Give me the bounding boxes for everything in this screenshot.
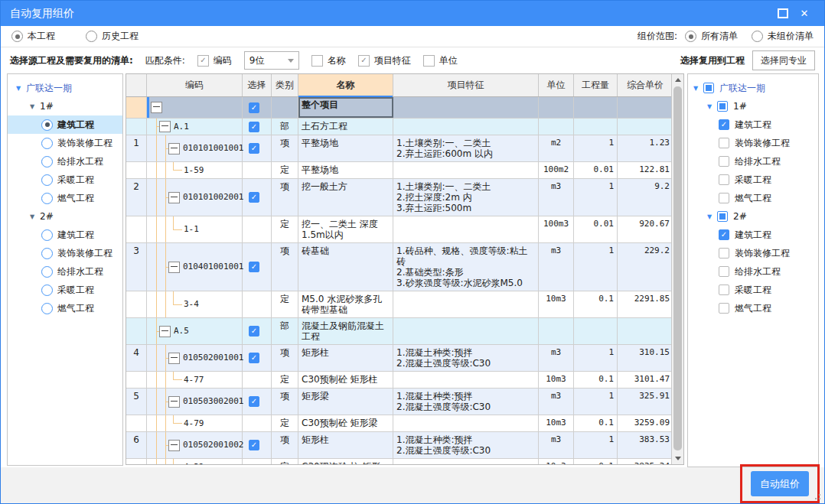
checkbox-checked-icon[interactable] — [249, 122, 259, 132]
column-header-3[interactable]: 类别 — [272, 74, 298, 96]
select-cell[interactable] — [243, 389, 272, 415]
checkbox-checked-icon[interactable] — [249, 143, 259, 154]
table-row[interactable]: 3010401001001项砖基础1.砖品种、规格、强度等级:粘土砖2.基础类型… — [126, 243, 683, 291]
checkbox-partial-icon[interactable] — [717, 211, 728, 222]
checkbox-unit[interactable]: 单位 — [423, 54, 458, 67]
digits-dropdown[interactable]: 9位 — [244, 51, 299, 70]
table-row[interactable]: 6010502001002项矩形柱1.混凝土种类:预拌2.混凝土强度等级:C30… — [126, 432, 683, 459]
collapse-box-icon[interactable] — [151, 102, 162, 113]
source-tree-item[interactable]: 燃气工程 — [8, 189, 122, 207]
checkbox-unchecked-icon[interactable] — [719, 303, 729, 314]
select-cell[interactable] — [243, 432, 272, 458]
vertical-scrollbar[interactable] — [671, 74, 683, 464]
collapse-icon[interactable]: ▼ — [28, 213, 37, 220]
source-tree-item[interactable]: 装饰装修工程 — [8, 134, 122, 152]
column-header-7[interactable]: 工程量 — [574, 74, 618, 96]
tree-node-group[interactable]: ▼1# — [688, 97, 818, 115]
target-tree-item[interactable]: 给排水工程 — [688, 152, 818, 171]
target-tree-item[interactable]: 燃气工程 — [688, 189, 818, 207]
select-cell[interactable] — [243, 162, 272, 178]
checkbox-checked-icon[interactable] — [719, 119, 729, 130]
checkbox-unchecked-icon[interactable] — [719, 248, 729, 259]
checkbox-unchecked-icon[interactable] — [719, 285, 729, 295]
checkbox-checked-icon[interactable] — [249, 102, 259, 113]
target-tree-item[interactable]: 装饰装修工程 — [688, 244, 818, 262]
checkbox-checked-icon[interactable] — [249, 440, 259, 450]
source-tree-item[interactable]: 装饰装修工程 — [8, 244, 122, 262]
checkbox-unchecked-icon[interactable] — [719, 138, 729, 148]
column-header-6[interactable]: 单位 — [539, 74, 574, 96]
collapse-box-icon[interactable] — [168, 396, 180, 408]
tree-node-group[interactable]: ▼2# — [8, 207, 122, 226]
checkbox-checked-icon[interactable] — [719, 229, 729, 240]
tree-node-root[interactable]: ▼广联达一期 — [688, 79, 818, 97]
target-tree-item[interactable]: 采暖工程 — [688, 171, 818, 189]
table-row[interactable]: 5010503002001项矩形梁1.混凝土种类:预拌2.混凝土强度等级:C30… — [126, 389, 683, 415]
collapse-box-icon[interactable] — [168, 262, 180, 273]
table-row[interactable]: A.5部混凝土及钢筋混凝土工程 — [126, 318, 683, 345]
select-cell[interactable] — [243, 179, 272, 216]
radio-unpriced-lists[interactable]: 未组价清单 — [752, 30, 814, 43]
collapse-box-icon[interactable] — [168, 143, 180, 154]
select-cell[interactable] — [243, 119, 272, 135]
table-row[interactable]: 4-77定C30预制砼 矩形柱10m30.13101.47 — [126, 372, 683, 389]
collapse-icon[interactable]: ▼ — [705, 213, 714, 220]
source-tree-item[interactable]: 采暖工程 — [8, 171, 122, 189]
target-tree-item[interactable]: 建筑工程 — [688, 115, 818, 134]
checkbox-unchecked-icon[interactable] — [719, 156, 729, 167]
source-tree-item[interactable]: 给排水工程 — [8, 262, 122, 281]
radio-this-project[interactable]: 本工程 — [11, 30, 55, 43]
table-row[interactable]: 4010502001001项矩形柱1.混凝土种类:预拌2.混凝土强度等级:C30… — [126, 345, 683, 372]
column-header-8[interactable]: 综合单价 — [618, 74, 673, 96]
column-header-4[interactable]: 名称 — [298, 74, 393, 96]
select-cell[interactable] — [243, 318, 272, 344]
collapse-box-icon[interactable] — [159, 121, 171, 132]
select-cell[interactable] — [243, 97, 272, 118]
collapse-box-icon[interactable] — [159, 326, 171, 337]
target-tree-item[interactable]: 装饰装修工程 — [688, 134, 818, 152]
checkbox-unchecked-icon[interactable] — [719, 193, 729, 203]
select-cell[interactable] — [243, 345, 272, 371]
source-tree-item[interactable]: 建筑工程 — [8, 115, 122, 134]
table-row[interactable]: 2010101002001项挖一般土方1.土壤类别:一、二类土2.挖土深度:2m… — [126, 179, 683, 216]
target-tree-item[interactable]: 采暖工程 — [688, 281, 818, 299]
source-tree-item[interactable]: 给排水工程 — [8, 152, 122, 171]
target-tree-item[interactable]: 建筑工程 — [688, 226, 818, 244]
radio-all-lists[interactable]: 所有清单 — [685, 30, 738, 43]
target-tree-item[interactable]: 给排水工程 — [688, 262, 818, 281]
checkbox-feature[interactable]: 项目特征 — [358, 54, 411, 67]
checkbox-checked-icon[interactable] — [249, 353, 259, 363]
table-row[interactable]: 1-1定挖一、二类土 深度1.5m以内100m30.01920.67 — [126, 216, 683, 243]
table-row[interactable]: 4-79定C30预制砼 矩形梁10m30.13259.09 — [126, 415, 683, 432]
table-row[interactable]: 3-4定M5.0 水泥砂浆多孔砖带型基础10m30.12291.85 — [126, 291, 683, 318]
column-header-1[interactable]: 编码 — [147, 74, 243, 96]
resize-grip[interactable] — [819, 498, 820, 499]
collapse-box-icon[interactable] — [168, 192, 180, 203]
auto-price-button[interactable]: 自动组价 — [751, 471, 809, 496]
checkbox-unchecked-icon[interactable] — [719, 174, 729, 185]
collapse-box-icon[interactable] — [168, 440, 180, 451]
maximize-button[interactable] — [772, 5, 794, 22]
select-cell[interactable] — [243, 415, 272, 431]
select-cell[interactable] — [243, 459, 272, 465]
table-row[interactable]: 整个项目 — [126, 97, 683, 119]
table-row[interactable]: 1010101001001项平整场地1.土壤类别:一、二类土2.弃土运距:600… — [126, 135, 683, 162]
checkbox-name[interactable]: 名称 — [311, 54, 346, 67]
collapse-icon[interactable]: ▼ — [705, 103, 714, 110]
tree-node-group[interactable]: ▼1# — [8, 97, 122, 115]
column-header-2[interactable]: 选择 — [243, 74, 272, 96]
scroll-down-icon[interactable] — [672, 453, 683, 464]
source-tree-item[interactable]: 建筑工程 — [8, 226, 122, 244]
table-row[interactable]: 4-32定C30现浇砼 柱 矩形10m30.13835.34 — [126, 459, 683, 465]
table-row[interactable]: 1-59定平整场地100m20.01122.81 — [126, 162, 683, 179]
tree-node-group[interactable]: ▼2# — [688, 207, 818, 226]
same-major-button[interactable]: 选择同专业 — [752, 50, 815, 70]
select-cell[interactable] — [243, 243, 272, 291]
collapse-icon[interactable]: ▼ — [28, 103, 37, 110]
select-cell[interactable] — [243, 135, 272, 161]
checkbox-checked-icon[interactable] — [249, 396, 259, 407]
target-tree-item[interactable]: 燃气工程 — [688, 299, 818, 317]
checkbox-checked-icon[interactable] — [249, 262, 259, 272]
checkbox-partial-icon[interactable] — [717, 101, 728, 112]
table-row[interactable]: A.1部土石方工程 — [126, 119, 683, 135]
